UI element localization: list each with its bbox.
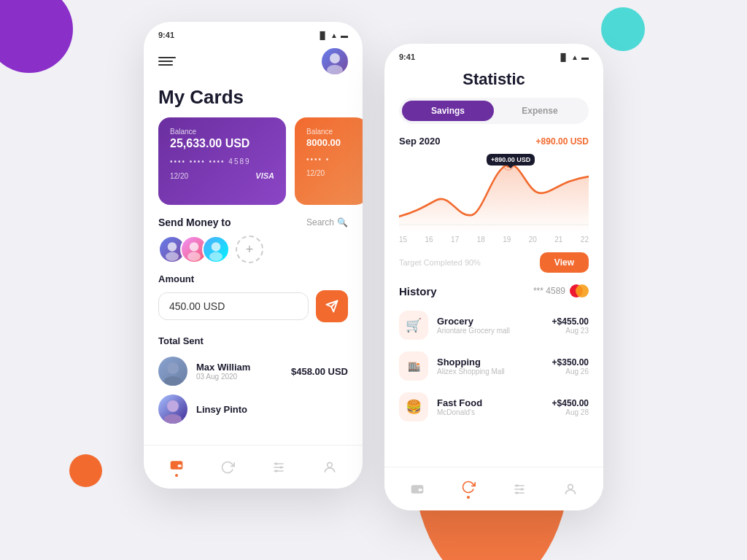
card-orange[interactable]: Balance 8000.00 •••• • 12/20 [295,117,363,205]
card-balance-label-2: Balance [306,128,356,136]
fastfood-name: Fast Food [437,397,543,408]
svg-point-22 [328,462,333,467]
tab-expense[interactable]: Expense [494,101,586,121]
send-button[interactable] [316,290,348,322]
add-contact-button[interactable]: + [236,236,263,263]
card-brand-1: VISA [255,171,274,180]
sent-avatar-1 [158,357,187,386]
status-icons-1: ▐▌ ▲ ▬ [317,31,348,39]
chart-label-18: 18 [477,236,485,244]
svg-point-21 [275,470,277,472]
chart-tooltip: +890.00 USD [487,154,535,166]
chart-label-17: 17 [451,236,459,244]
status-bar-2: 9:41 ▐▌ ▲ ▬ [384,44,603,64]
grocery-sub: Ariontare Grocery mall [437,327,543,335]
svg-point-20 [280,466,282,468]
nav-wallet[interactable] [160,452,193,483]
fastfood-icon: 🍔 [399,392,428,421]
svg-point-19 [275,462,277,464]
sent-name-2: Linsy Pinto [196,404,348,415]
svg-rect-15 [178,464,182,467]
amount-label: Amount [158,273,348,284]
grocery-name: Grocery [437,316,543,327]
time-2: 9:41 [399,52,415,61]
grocery-right: +$455.00 Aug 23 [552,316,589,335]
target-row: Target Completed 90% View [384,249,603,280]
history-item-grocery: 🛒 Grocery Ariontare Grocery mall +$455.0… [384,305,603,346]
chart-label-22: 22 [581,236,589,244]
contact-3[interactable] [202,236,230,263]
view-button[interactable]: View [540,252,589,273]
history-item-shopping: 🏬 Shopping Alizex Shopping Mall +$350.00… [384,346,603,386]
svg-point-2 [168,242,177,252]
chart-value: +890.00 USD [536,136,589,147]
nav-activity[interactable] [212,454,244,481]
svg-point-7 [209,252,222,262]
fastfood-amount: +$450.00 [552,398,589,408]
nav-profile[interactable] [314,454,346,481]
chart-label-21: 21 [554,236,562,244]
grocery-icon: 🛒 [399,311,428,340]
svg-point-10 [167,362,179,374]
sent-info-2: Linsy Pinto [196,404,348,415]
card-balance-label-1: Balance [170,128,274,136]
history-header: History *** 4589 [384,280,603,305]
nav2-wallet[interactable] [401,476,433,502]
contacts-row: + [144,236,363,273]
history-item-fastfood: 🍔 Fast Food McDonald's +$450.00 Aug 28 [384,386,603,427]
fastfood-info: Fast Food McDonald's [437,397,543,416]
chart-labels: 15 16 17 18 19 20 21 22 [384,233,603,249]
chart-label-19: 19 [503,236,511,244]
status-bar-1: 9:41 ▐▌ ▲ ▬ [144,22,363,42]
card-number-2: •••• • [306,155,356,163]
user-avatar[interactable] [322,48,348,74]
nav2-activity[interactable] [452,474,484,505]
cards-container: Balance 25,633.00 USD •••• •••• •••• 458… [144,117,363,205]
search-button[interactable]: Search 🔍 [306,217,348,228]
send-money-title: Send Money to [158,217,231,228]
svg-point-11 [164,376,182,386]
search-label: Search [306,217,334,228]
statistic-title: Statistic [384,64,603,98]
sent-item-2: Linsy Pinto [144,390,363,428]
sent-info-1: Max William 03 Aug 2020 [196,362,282,381]
contact-avatars [158,236,230,263]
svg-point-13 [164,414,182,424]
shopping-icon: 🏬 [399,351,428,381]
bottom-nav-1 [144,445,363,489]
amount-section: Amount [144,273,363,332]
fastfood-date: Aug 28 [552,408,589,416]
menu-button[interactable] [158,57,176,66]
nav-settings[interactable] [263,454,295,481]
history-title: History [399,285,437,298]
card-amount-2: 8000.00 [306,137,356,148]
bg-decoration-orange [69,454,102,487]
svg-point-0 [330,53,340,63]
svg-point-1 [327,65,343,74]
phones-wrapper: 9:41 ▐▌ ▲ ▬ My Cards Balance [144,22,603,510]
history-card-number: *** 4589 [533,286,565,296]
nav2-settings[interactable] [503,476,535,502]
sent-date-1: 03 Aug 2020 [196,373,282,381]
shopping-sub: Alizex Shopping Mall [437,368,543,376]
nav2-profile[interactable] [554,476,587,502]
send-money-header: Send Money to Search 🔍 [144,205,363,236]
tab-savings[interactable]: Savings [402,101,494,121]
grocery-info: Grocery Ariontare Grocery mall [437,316,543,335]
card-number-1: •••• •••• •••• 4589 [170,158,274,166]
bg-decoration-purple [0,0,73,73]
bottom-nav-2 [384,467,603,510]
mastercard-icon [570,284,589,298]
card-amount-1: 25,633.00 USD [170,137,274,150]
status-icons-2: ▐▌ ▲ ▬ [558,53,589,61]
chart-header: Sep 2020 +890.00 USD [384,136,603,152]
fastfood-right: +$450.00 Aug 28 [552,398,589,416]
amount-input[interactable] [158,292,309,320]
my-cards-title: My Cards [144,82,363,117]
svg-point-33 [516,491,518,494]
svg-point-4 [190,242,199,252]
shopping-info: Shopping Alizex Shopping Mall [437,357,543,376]
total-sent-title: Total Sent [144,332,363,352]
card-purple[interactable]: Balance 25,633.00 USD •••• •••• •••• 458… [158,117,286,205]
grocery-date: Aug 23 [552,327,589,335]
